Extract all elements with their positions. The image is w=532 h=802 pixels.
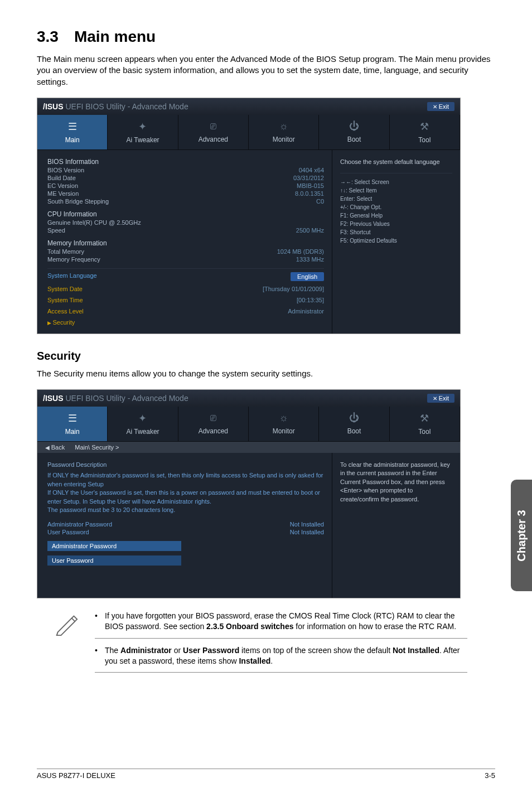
admin-pwd-label: Administrator Password [47,521,112,528]
user-pwd-label: User Password [47,529,89,535]
label-build-date: Build Date [47,175,76,181]
tab-monitor[interactable]: ☼Monitor [249,407,319,441]
monitor-icon: ☼ [252,412,315,424]
set-user-password[interactable]: User Password [47,555,181,566]
tab-boot[interactable]: ⏻Boot [319,407,389,441]
page-footer: ASUS P8Z77-I DELUXE 3-5 [37,769,495,780]
tab-main[interactable]: ☰Main [37,115,108,149]
admin-pwd-status: Not Installed [290,521,324,528]
val-sb-step: C0 [316,198,324,205]
bios-info-head: BIOS Information [47,158,324,166]
cpu-info-head: CPU Information [47,210,324,218]
list-icon: ☰ [41,412,104,424]
bios-tabs: ☰Main ✦Ai Tweaker ⎚Advanced ☼Monitor ⏻Bo… [37,407,460,442]
access-level-value: Administrator [288,308,324,315]
val-total-mem: 1024 MB (DDR3) [277,248,324,255]
tab-advanced[interactable]: ⎚Advanced [178,115,249,149]
label-speed: Speed [47,227,65,234]
chapter-tab: Chapter 3 [511,480,532,591]
exit-button[interactable]: Exit [427,394,454,403]
back-button[interactable]: Back [45,444,65,451]
user-pwd-status: Not Installed [290,529,324,535]
tab-tool[interactable]: ⚒Tool [390,407,460,441]
tab-boot[interactable]: ⏻Boot [319,115,389,149]
val-me-version: 8.0.0.1351 [295,190,324,197]
tweaker-icon: ✦ [111,412,174,424]
access-level-label: Access Level [47,308,84,315]
footer-page-number: 3-5 [485,771,495,780]
boot-icon: ⏻ [322,120,385,132]
mem-info-head: Memory Information [47,239,324,247]
divider [95,638,467,639]
page-heading: 3.3 Main menu [37,28,495,46]
security-heading: Security [37,350,495,363]
breadcrumb: Main\ Security > [75,444,119,451]
password-description-head: Password Description [47,461,324,469]
boot-icon: ⏻ [322,412,385,424]
asus-logo: /ISUS [43,394,64,403]
tool-icon: ⚒ [393,120,456,133]
tab-monitor[interactable]: ☼Monitor [249,115,319,149]
system-date-label[interactable]: System Date [47,286,83,292]
security-paragraph: The Security menu items allow you to cha… [37,368,495,379]
tab-main[interactable]: ☰Main [37,407,108,441]
pencil-icon [54,611,79,636]
val-ec-version: MBIB-015 [297,182,324,189]
footer-model: ASUS P8Z77-I DELUXE [37,771,115,780]
val-speed: 2500 MHz [296,227,324,234]
system-time-label[interactable]: System Time [47,297,83,303]
bios-title: UEFI BIOS Utility - Advanced Mode [65,394,188,403]
exit-button[interactable]: Exit [427,102,454,111]
note-item: If you have forgotten your BIOS password… [95,611,467,632]
security-submenu[interactable]: Security [47,319,75,326]
tab-advanced[interactable]: ⎚Advanced [178,407,249,441]
note-block: If you have forgotten your BIOS password… [54,611,467,679]
bios-title: UEFI BIOS Utility - Advanced Mode [65,102,188,111]
bios-tabs: ☰Main ✦Ai Tweaker ⎚Advanced ☼Monitor ⏻Bo… [37,115,460,150]
divider [95,672,467,673]
monitor-icon: ☼ [252,120,315,132]
label-total-mem: Total Memory [47,248,84,255]
system-date-value[interactable]: [Thursday 01/01/2009] [263,286,324,292]
label-sb-step: South Bridge Stepping [47,198,109,205]
bios-security-screenshot: /ISUS UEFI BIOS Utility - Advanced Mode … [37,389,461,598]
set-admin-password[interactable]: Administrator Password [47,541,181,551]
context-help: To clear the administrator password, key… [340,461,452,504]
asus-logo: /ISUS [43,102,64,111]
system-language-label: System Language [47,272,97,281]
label-cpu-name: Genuine Intel(R) CPU @ 2.50GHz [47,219,141,226]
password-description-body: If ONLY the Administrator's password is … [47,471,324,514]
advanced-icon: ⎚ [182,120,245,132]
label-bios-version: BIOS Version [47,167,84,173]
tab-ai-tweaker[interactable]: ✦Ai Tweaker [108,115,178,149]
tool-icon: ⚒ [393,412,456,424]
bios-main-screenshot: /ISUS UEFI BIOS Utility - Advanced Mode … [37,98,461,334]
context-help: Choose the system default language [340,158,452,166]
label-mem-freq: Memory Frequency [47,256,100,263]
note-item: The Administrator or User Password items… [95,645,467,667]
tab-ai-tweaker[interactable]: ✦Ai Tweaker [108,407,178,441]
system-time-value[interactable]: [00:13:35] [297,297,324,303]
tab-tool[interactable]: ⚒Tool [390,115,460,149]
system-language-dropdown[interactable]: English [291,272,324,281]
label-me-version: ME Version [47,190,79,197]
intro-paragraph: The Main menu screen appears when you en… [37,54,495,88]
nav-keys: →←: Select Screen↑↓: Select ItemEnter: S… [340,173,452,245]
label-ec-version: EC Version [47,182,78,189]
val-build-date: 03/31/2012 [293,175,324,181]
tweaker-icon: ✦ [111,120,174,133]
list-icon: ☰ [41,120,104,133]
val-mem-freq: 1333 MHz [296,256,324,263]
val-bios-version: 0404 x64 [299,167,324,173]
advanced-icon: ⎚ [182,412,245,424]
